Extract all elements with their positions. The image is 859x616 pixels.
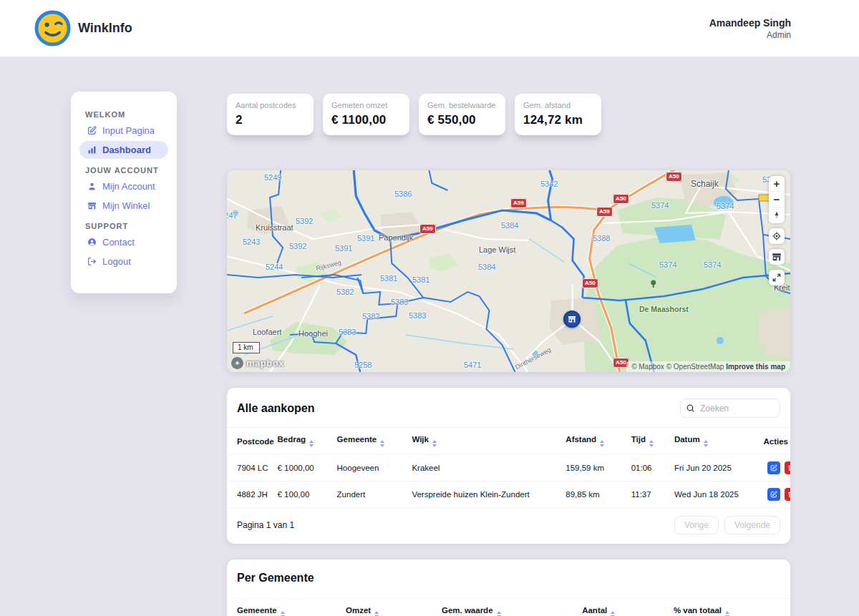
map-canvas[interactable]: 5249538653435342524753925243539253915391… [227,170,790,372]
map-postcode-label: 5383 [409,311,426,320]
sidebar-item-mijn-winkel[interactable]: Mijn Winkel [79,197,168,215]
col-bedrag[interactable]: Bedrag [276,428,336,455]
stat-value: 2 [236,113,305,127]
map-postcode-label: 5342 [540,180,558,188]
col-wijk[interactable]: Wijk [410,428,564,455]
map-postcode-label: 5381 [412,275,430,284]
edit-icon [87,126,97,135]
zoom-out-button[interactable]: − [769,192,785,207]
fullscreen-icon[interactable] [769,270,785,285]
map-place-label: Lage Wijst [479,245,515,254]
mapbox-logo-icon: ✶ [231,357,243,369]
col-datum[interactable]: Datum [673,428,762,455]
trash-icon [787,464,790,471]
cell-afstand: 159,59 km [564,455,629,481]
zoom-in-button[interactable]: + [769,176,785,192]
sidebar-item-dashboard[interactable]: Dashboard [79,141,168,159]
geolocate-icon[interactable] [769,228,785,244]
purchases-table: Postcode Bedrag Gemeente Wijk Afstand Ti… [227,427,790,508]
purchases-card: Alle aankopen Postcode Bedrag Gemeente W… [227,388,790,544]
map-postcode-label: 5391 [335,244,352,253]
map-postcode-label: 5374 [717,202,734,210]
cell-postcode: 7904 LC [227,455,276,481]
map-postcode-label: 5249 [264,173,281,182]
map-place-label: Hooghei [299,329,328,338]
stat-value: 124,72 km [523,113,593,127]
col-omzet[interactable]: Omzet [344,599,440,616]
stat-cards: Aantal postcodes 2 Gemeten omzet € 1100,… [227,94,790,135]
map-postcode-label: 5383 [391,298,408,306]
cell-afstand: 89,85 km [564,481,629,508]
trash-icon [787,491,790,498]
col-percentage[interactable]: % van totaal [672,599,790,616]
sort-icon [704,440,708,447]
table-header-row: Gemeente Omzet Gem. waarde Aantal % van … [227,599,790,616]
sort-icon [649,440,654,447]
sidebar-section-account: JOUW ACCOUNT [85,166,162,175]
col-postcode: Postcode [227,428,276,455]
store-marker[interactable] [563,311,581,328]
sidebar-item-label: Mijn Winkel [102,200,150,211]
sidebar-item-input-pagina[interactable]: Input Pagina [79,122,168,140]
sidebar-item-logout[interactable]: Logout [79,253,168,270]
next-page-button[interactable]: Volgende [724,516,780,534]
map-postcode-label: 5386 [394,190,412,198]
user-icon [87,182,97,191]
logout-icon [87,257,97,266]
delete-button[interactable] [785,488,790,501]
stat-card-afstand: Gem. afstand 124,72 km [515,94,601,135]
attribution-improve-link[interactable]: Improve this map [726,363,785,371]
map-controls: + − [769,176,785,285]
sidebar-item-label: Contact [102,237,135,248]
table-row: 7904 LC € 1000,00 Hoogeveen Krakeel 159,… [227,455,790,481]
col-afstand[interactable]: Afstand [564,428,629,455]
map-postcode-label: 5392 [296,217,313,225]
sort-icon [374,611,379,616]
edit-button[interactable] [767,488,780,501]
app-title: WinkInfo [78,21,132,36]
sort-icon [432,440,437,447]
col-gem-waarde[interactable]: Gem. waarde [440,599,581,616]
col-aantal[interactable]: Aantal [581,599,672,616]
cell-bedrag: € 100,00 [276,481,336,508]
page-indicator: Pagina 1 van 1 [237,520,294,530]
road-shield: A50 [666,172,682,182]
gemeente-table: Gemeente Omzet Gem. waarde Aantal % van … [227,598,790,616]
stat-label: Gem. afstand [523,101,593,109]
map-postcode-label: 5247 [227,211,237,220]
map-postcode-label: 5374 [651,201,669,210]
map-postcode-label: 5374 [704,260,721,269]
stat-value: € 1100,00 [331,113,401,127]
map-postcode-label: 5384 [478,263,495,271]
stat-card-omzet: Gemeten omzet € 1100,00 [323,94,409,135]
previous-page-button[interactable]: Vorige [674,516,719,534]
delete-button[interactable] [785,461,790,474]
store-layer-icon[interactable] [769,249,785,265]
pencil-icon [770,491,777,498]
sidebar-item-label: Dashboard [102,145,151,155]
map-postcode-label: 5471 [464,361,481,369]
attribution-mapbox[interactable]: © Mapbox [631,363,664,371]
mapbox-logo[interactable]: ✶ mapbox [231,357,284,369]
col-gemeente[interactable]: Gemeente [336,428,411,455]
sidebar-item-contact[interactable]: Contact [79,233,168,251]
stat-card-postcodes: Aantal postcodes 2 [227,94,314,135]
app-header: WinkInfo Amandeep Singh Admin [0,0,859,57]
cell-wijk: Krakeel [410,455,564,481]
map-postcode-label: 5243 [243,238,260,246]
attribution-osm[interactable]: © OpenStreetMap [666,363,724,371]
compass-icon[interactable] [769,207,785,223]
map-attribution: © Mapbox © OpenStreetMap Improve this ma… [626,361,790,372]
col-gemeente[interactable]: Gemeente [227,599,344,616]
map-place-label: Rijksweg [315,259,341,272]
sidebar-item-mijn-account[interactable]: Mijn Account [79,177,168,195]
search-input[interactable] [680,399,780,418]
cell-bedrag: € 1000,00 [276,455,336,481]
pagination: Pagina 1 van 1 Vorige Volgende [227,508,790,544]
col-tijd[interactable]: Tijd [630,428,673,455]
sidebar-item-label: Logout [102,256,131,267]
edit-button[interactable] [767,461,780,474]
sort-icon [725,611,729,616]
road-shield: A59 [510,198,527,208]
brand: WinkInfo [34,10,132,47]
